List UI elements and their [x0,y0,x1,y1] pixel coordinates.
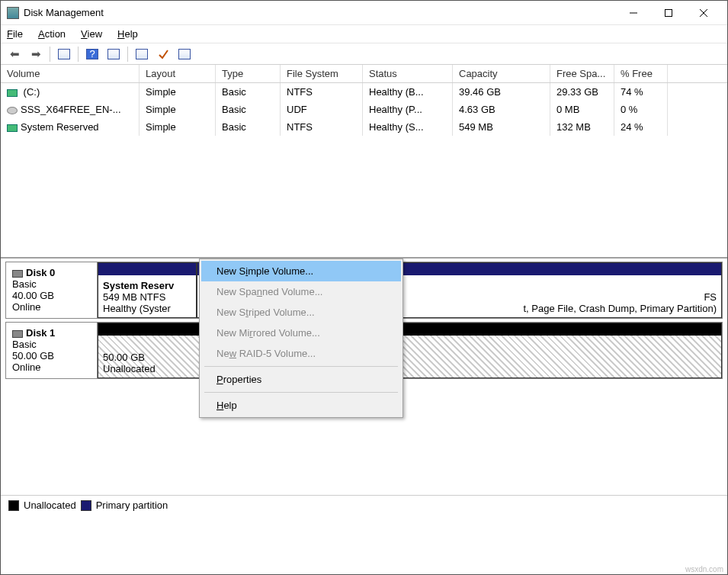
cell: (C:) [21,86,40,98]
cell: 4.63 GB [453,101,550,118]
partition-status: t, Page File, Crash Dump, Primary Partit… [523,303,717,314]
disk-state: Online [12,301,41,313]
toolbar-btn-1[interactable] [55,46,73,63]
volume-row[interactable]: System Reserved Simple Basic NTFS Health… [1,118,727,136]
disk-state: Online [12,361,41,373]
menu-properties[interactable]: Properties [201,369,401,390]
toolbar: ⬅ ➡ ? [1,43,727,65]
legend-label: Unallocated [24,500,76,511]
disk-type: Basic [12,339,37,350]
cell: Simple [140,101,216,118]
toolbar-btn-3[interactable] [133,46,151,63]
col-volume[interactable]: Volume [1,65,140,82]
cell: 0 MB [550,101,614,118]
partition-info: FS [704,291,717,303]
cell: Healthy (S... [363,118,453,136]
content-area: Volume Layout Type File System Status Ca… [1,65,727,515]
menu-new-mirrored-volume: New Mirrored Volume... [201,323,401,343]
menu-separator [204,392,398,393]
menu-view[interactable]: View [81,28,102,40]
watermark: wsxdn.com [685,565,723,573]
menu-help[interactable]: Help [117,28,138,40]
cell: NTFS [281,83,363,101]
menu-bar: File Action View Help [1,25,727,43]
menu-separator [204,366,398,367]
legend: Unallocated Primary partition [1,495,727,515]
cell: 132 MB [550,118,614,136]
partition-info: 549 MB NTFS [103,291,165,303]
toolbar-btn-2[interactable] [104,46,123,63]
partition-status: Healthy (Syster [103,303,171,314]
svg-rect-1 [665,9,672,16]
cell: Simple [140,118,216,136]
cell: 39.46 GB [453,83,550,101]
close-button[interactable] [686,2,721,24]
forward-button[interactable]: ➡ [27,46,45,63]
partition-status: Unallocated [103,363,156,374]
volume-row[interactable]: (C:) Simple Basic NTFS Healthy (B... 39.… [1,83,727,101]
toolbar-btn-4[interactable] [154,46,172,63]
volume-row[interactable]: SSS_X64FREE_EN-... Simple Basic UDF Heal… [1,101,727,118]
col-capacity[interactable]: Capacity [453,65,550,82]
disk-icon [12,270,23,278]
disk-label[interactable]: Disk 0 Basic 40.00 GB Online [6,262,98,318]
cell: 549 MB [453,118,550,136]
menu-action[interactable]: Action [38,28,66,40]
disk-icon [12,330,23,338]
partition-unallocated[interactable]: 50.00 GB Unallocated [98,323,722,378]
menu-help[interactable]: Help [201,395,401,416]
cell: Basic [216,118,281,136]
partition-size: 50.00 GB [103,352,145,363]
col-freespace[interactable]: Free Spa... [550,65,614,82]
col-status[interactable]: Status [363,65,453,82]
toolbar-btn-5[interactable] [175,46,194,63]
drive-icon [7,124,18,132]
disk-size: 40.00 GB [12,290,54,301]
col-layout[interactable]: Layout [140,65,216,82]
menu-new-raid5-volume: New RAID-5 Volume... [201,343,401,364]
menu-file[interactable]: File [7,28,23,40]
menu-new-spanned-volume: New Spanned Volume... [201,281,401,302]
window-title: Disk Management [24,7,616,18]
maximize-button[interactable] [651,2,686,24]
col-type[interactable]: Type [216,65,281,82]
partition-system-reserved[interactable]: System Reserv 549 MB NTFS Healthy (Syste… [98,262,197,318]
disk-size: 50.00 GB [12,350,54,361]
separator [127,47,128,62]
menu-new-striped-volume: New Striped Volume... [201,302,401,323]
cell: Healthy (B... [363,83,453,101]
cell: 29.33 GB [550,83,614,101]
separator [50,47,50,62]
partition-title: System Reserv [103,280,174,291]
cell: System Reserved [21,121,99,133]
help-icon[interactable]: ? [83,46,101,63]
volume-header-row: Volume Layout Type File System Status Ca… [1,65,727,83]
cell: 74 % [614,83,668,101]
volume-list: Volume Layout Type File System Status Ca… [1,65,727,259]
disk-type: Basic [12,278,37,290]
title-bar: Disk Management [1,1,727,25]
back-button[interactable]: ⬅ [5,46,24,63]
cell: Simple [140,83,216,101]
drive-icon [7,89,18,97]
minimize-button[interactable] [616,2,651,24]
cell: Basic [216,101,281,118]
cell: UDF [281,101,363,118]
context-menu: New Simple Volume... New Spanned Volume.… [199,259,403,418]
col-pctfree[interactable]: % Free [614,65,668,82]
legend-label: Primary partition [96,500,168,511]
disc-icon [7,107,18,114]
cell: 0 % [614,101,668,118]
disk-label[interactable]: Disk 1 Basic 50.00 GB Online [6,323,98,378]
cell: 24 % [614,118,668,136]
legend-swatch-unallocated [8,500,19,511]
disk-graph-area: Disk 0 Basic 40.00 GB Online System Rese… [1,259,727,495]
col-filesystem[interactable]: File System [281,65,363,82]
menu-new-simple-volume[interactable]: New Simple Volume... [201,261,401,281]
cell: SSS_X64FREE_EN-... [21,104,121,115]
separator [78,47,79,62]
cell: Healthy (P... [363,101,453,118]
legend-swatch-primary [81,500,91,511]
cell: Basic [216,83,281,101]
app-icon [7,7,19,19]
